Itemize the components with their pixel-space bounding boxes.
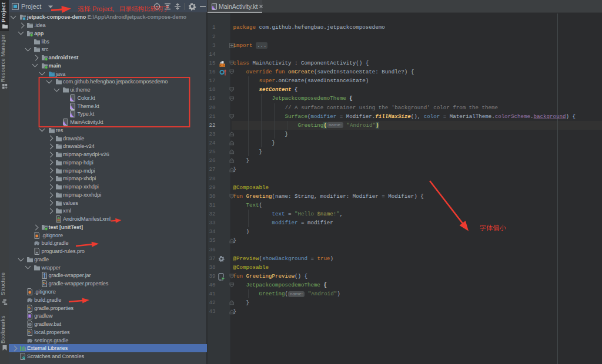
svg-text:Project,: Project, <box>92 5 114 12</box>
